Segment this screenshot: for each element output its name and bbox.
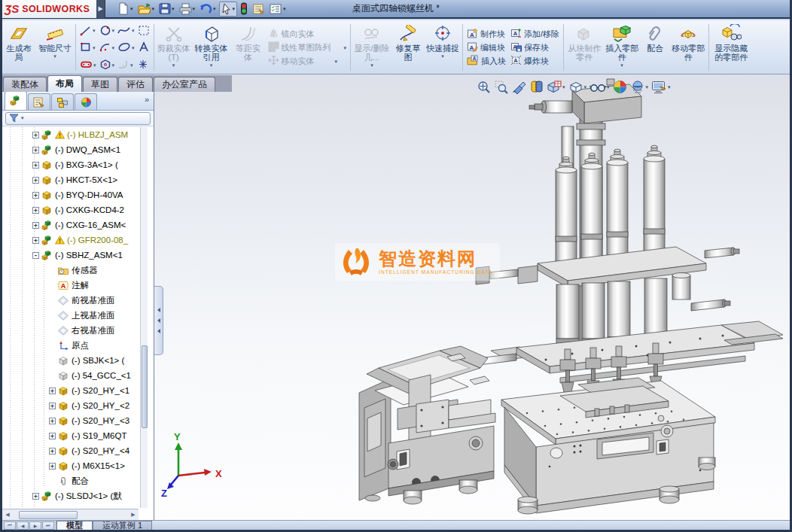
tab-propertymanager[interactable] xyxy=(28,93,50,110)
tree-item[interactable]: +(-) S20_HY_<2 xyxy=(2,398,139,413)
tree-item[interactable]: 原点 xyxy=(2,338,139,353)
tree-item[interactable]: +(-) GFR200-08_ xyxy=(2,233,139,248)
move-entities-button[interactable]: 移动实体▾ xyxy=(268,56,347,67)
tab-assembly[interactable]: 装配体 xyxy=(3,77,47,92)
tree-item[interactable]: +(-) M6X15<1> xyxy=(2,458,139,473)
tree-item[interactable]: +(-) BYQ-DH-40VA xyxy=(2,187,139,202)
point-tool-button[interactable] xyxy=(137,56,151,73)
insert-components-button[interactable]: 插入零部件 ▾ xyxy=(603,22,641,73)
view-settings-button[interactable]: ▾ xyxy=(630,80,649,94)
expand-toggle[interactable]: + xyxy=(49,433,56,439)
rebuild-button[interactable] xyxy=(239,2,249,16)
expand-toggle[interactable]: + xyxy=(49,418,56,424)
sketch-picture-button[interactable] xyxy=(137,22,151,39)
file-properties-button[interactable] xyxy=(251,2,267,16)
zoom-fit-button[interactable] xyxy=(477,80,491,94)
repair-sketch-button[interactable]: 修复草图 xyxy=(391,22,425,73)
panel-splitter-handle[interactable] xyxy=(154,286,163,355)
menu-expand-button[interactable]: ▶ xyxy=(96,0,105,18)
expand-toggle[interactable]: + xyxy=(32,177,39,184)
add-remove-button[interactable]: A添加/移除 xyxy=(510,29,559,40)
convert-entities-button[interactable]: 转换实体引用 ▾ xyxy=(192,22,231,73)
tree-item[interactable]: +(-) S19_M6QT xyxy=(2,428,139,443)
sketch-text-button[interactable] xyxy=(137,39,151,56)
tree-item[interactable]: 右视基准面 xyxy=(2,323,139,338)
scrollbar-thumb[interactable] xyxy=(19,511,78,519)
options-button[interactable]: ▾ xyxy=(268,2,288,16)
tree-item[interactable]: 配合 xyxy=(2,473,139,488)
next-study-button[interactable]: ▶ xyxy=(29,521,41,530)
expand-toggle[interactable]: + xyxy=(49,403,56,409)
prev-study-button[interactable]: ◀ xyxy=(17,521,29,530)
filter-caret[interactable]: ▾ xyxy=(21,115,24,121)
create-layout-button[interactable]: 生成布局 xyxy=(2,22,36,73)
trim-entities-button[interactable]: 剪裁实体(T) ▾ xyxy=(156,22,192,73)
previous-view-button[interactable] xyxy=(511,81,526,94)
tree-item[interactable]: +(-) HKCT-5X<1> xyxy=(2,172,139,187)
save-button[interactable]: ▾ xyxy=(157,2,176,16)
tree-item[interactable]: +(-) SLSDJ<1> (默 xyxy=(2,488,139,503)
tab-evaluate[interactable]: 评估 xyxy=(118,77,153,92)
tree-item[interactable]: +(-) CXG-16_ASM< xyxy=(2,217,139,233)
scrollbar-thumb[interactable] xyxy=(142,345,148,428)
tree-item[interactable]: +(-) S20_HY_<4 xyxy=(2,443,139,458)
expand-toggle[interactable]: + xyxy=(32,192,39,199)
expand-toggle[interactable]: - xyxy=(32,252,39,259)
make-block-button[interactable]: A制作块 xyxy=(467,29,506,40)
last-study-button[interactable]: ⏭ xyxy=(42,521,54,530)
expand-toggle[interactable]: + xyxy=(49,448,56,454)
tree-item[interactable]: +(-) DWQ_ASM<1 xyxy=(2,142,139,157)
mirror-entities-button[interactable]: 镜向实体 xyxy=(268,29,347,40)
mate-button[interactable]: 配合 xyxy=(641,22,669,73)
expand-toggle[interactable]: + xyxy=(32,493,39,500)
zoom-area-button[interactable] xyxy=(494,80,508,94)
expand-toggle[interactable]: + xyxy=(49,388,56,394)
insert-block-button[interactable]: A插入块 xyxy=(467,56,506,67)
edit-block-button[interactable]: A编辑块 xyxy=(467,42,506,53)
explode-block-button[interactable]: A爆炸块 xyxy=(510,56,559,67)
expand-toggle[interactable]: + xyxy=(49,463,56,470)
tree-item[interactable]: (-) SBJK<1> ( xyxy=(2,353,139,368)
tree-item[interactable]: 上视基准面 xyxy=(2,308,139,323)
dropdown-caret[interactable]: ▾ xyxy=(53,53,56,59)
new-document-button[interactable]: ▾ xyxy=(116,2,135,16)
fillet-tool-button[interactable]: ▾ xyxy=(117,56,136,73)
hide-show-items-button[interactable]: ▾ xyxy=(589,81,610,94)
select-tool-button[interactable]: ▾ xyxy=(219,2,238,17)
tree-item[interactable]: A注解 xyxy=(2,278,139,293)
section-view-button[interactable] xyxy=(529,80,543,94)
edit-scene-button[interactable]: ▾ xyxy=(651,81,671,94)
undo-button[interactable]: ▾ xyxy=(198,2,218,16)
save-block-button[interactable]: A保存块 xyxy=(510,42,559,53)
line-tool-button[interactable]: ▾ xyxy=(79,22,97,39)
tree-item[interactable]: (-) 54_GCC_<1 xyxy=(2,368,139,383)
tab-featuremanager[interactable] xyxy=(5,91,27,110)
make-part-from-block-button[interactable]: 从块制作零件 xyxy=(565,22,603,73)
tree-item[interactable]: -(-) SBHZ_ASM<1 xyxy=(2,248,139,263)
scroll-left-arrow[interactable]: ◀ xyxy=(2,509,13,520)
tab-sketch[interactable]: 草图 xyxy=(83,77,117,92)
slot-tool-button[interactable]: ▾ xyxy=(79,56,97,73)
scroll-right-arrow[interactable]: ▶ xyxy=(128,509,139,520)
tree-horizontal-scrollbar[interactable]: ◀ ▶ xyxy=(2,509,139,520)
tree-item[interactable]: 传感器 xyxy=(2,263,139,278)
tree-item[interactable]: 前视基准面 xyxy=(2,293,139,308)
tab-displaymanager[interactable] xyxy=(75,93,97,110)
tab-office-products[interactable]: 办公室产品 xyxy=(154,77,215,92)
expand-toggle[interactable]: + xyxy=(32,132,39,138)
display-delete-relations-button[interactable]: 显示/删除几... ▾ xyxy=(352,22,391,73)
tree-item[interactable]: +(-) CXKG-KCD4-2 xyxy=(2,202,139,217)
polygon-tool-button[interactable]: ▾ xyxy=(99,56,116,73)
expand-toggle[interactable]: + xyxy=(32,207,39,214)
show-hidden-components-button[interactable]: 显示隐藏的零部件 xyxy=(711,22,751,73)
expand-toggle[interactable]: + xyxy=(32,222,39,229)
panel-overflow-chevron[interactable]: » xyxy=(145,95,149,104)
print-button[interactable]: ▾ xyxy=(178,2,197,16)
tree-item[interactable]: +(-) HLBZJ_ASM xyxy=(2,127,139,142)
ellipse-tool-button[interactable]: ▾ xyxy=(117,39,136,56)
apply-scene-button[interactable] xyxy=(613,80,627,94)
tree-item[interactable]: +(-) S20_HY_<3 xyxy=(2,413,139,428)
corner-rectangle-button[interactable]: ▾ xyxy=(79,39,97,56)
display-style-button[interactable]: ▾ xyxy=(568,80,587,94)
expand-toggle[interactable]: + xyxy=(32,162,39,169)
